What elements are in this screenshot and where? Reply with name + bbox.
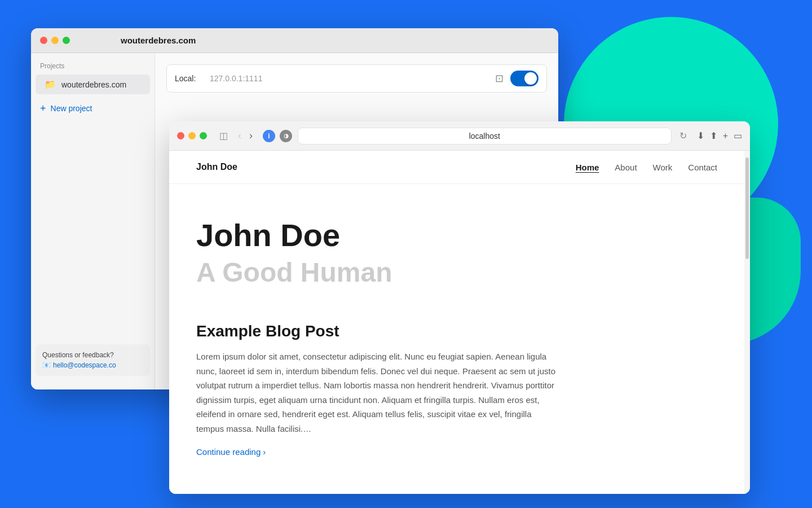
browser-titlebar: ◫ ‹ › i ◑ localhost ↻ ⬇ ⬆ + ▭ — [169, 121, 750, 151]
site-nav: John Doe Home About Work Contact — [169, 151, 744, 184]
share-icon[interactable]: ⬆ — [710, 130, 717, 141]
browser-extension-icons: i ◑ — [263, 130, 292, 142]
site-nav-links: Home About Work Contact — [576, 163, 717, 172]
forward-button[interactable]: › — [247, 129, 255, 143]
nav-link-work[interactable]: Work — [653, 163, 673, 172]
browser-content: John Doe Home About Work Contact John Do… — [169, 151, 750, 494]
maximize-button[interactable] — [63, 37, 70, 44]
window-title: wouterdebres.com — [121, 36, 196, 45]
sidebar-footer: Questions or feedback? 📧 hello@codespace… — [36, 344, 150, 376]
local-label: Local: — [175, 74, 203, 83]
nav-link-home[interactable]: Home — [576, 163, 599, 172]
extension-icon-1[interactable]: i — [263, 130, 275, 142]
sidebar-item-project[interactable]: 📁 wouterdebres.com — [36, 75, 150, 94]
downloads-icon[interactable]: ⬇ — [697, 130, 704, 141]
folder-icon: 📁 — [45, 79, 56, 90]
address-bar[interactable]: localhost — [298, 128, 672, 144]
email-icon: 📧 — [42, 361, 51, 369]
nav-link-contact[interactable]: Contact — [688, 163, 717, 172]
local-toggle[interactable] — [510, 71, 539, 86]
browser-traffic-lights — [177, 132, 207, 139]
sidebar-section-label: Projects — [31, 62, 155, 70]
blog-post-body: Lorem ipsum dolor sit amet, consectetur … — [196, 349, 557, 436]
sidebar-toggle-icon[interactable]: ◫ — [219, 130, 228, 141]
sidebar-footer-email[interactable]: 📧 hello@codespace.co — [42, 361, 143, 369]
browser-scrollbar[interactable] — [744, 151, 750, 494]
blog-post-title: Example Blog Post — [196, 322, 717, 340]
toggle-knob — [524, 72, 537, 85]
new-project-label: New project — [51, 104, 92, 113]
chevron-right-icon: › — [263, 447, 266, 457]
new-tab-icon[interactable]: + — [723, 131, 728, 141]
back-button[interactable]: ‹ — [236, 129, 244, 143]
continue-reading-link[interactable]: Continue reading › — [196, 447, 717, 457]
monitor-icon[interactable]: ⊡ — [495, 72, 504, 85]
traffic-lights — [40, 37, 70, 44]
browser-toolbar-right: ⬇ ⬆ + ▭ — [697, 130, 742, 141]
local-bar-icons: ⊡ — [495, 71, 539, 86]
scrollbar-thumb[interactable] — [745, 157, 749, 259]
sidebar-project-label: wouterdebres.com — [61, 80, 126, 89]
local-bar: Local: 127.0.0.1:1111 ⊡ — [166, 64, 547, 93]
tabs-icon[interactable]: ▭ — [734, 130, 742, 141]
minimize-button[interactable] — [51, 37, 59, 44]
sidebar-footer-title: Questions or feedback? — [42, 351, 143, 359]
close-button[interactable] — [40, 37, 47, 44]
hero-subtitle: A Good Human — [196, 256, 717, 289]
browser-page: John Doe Home About Work Contact John Do… — [169, 151, 744, 494]
browser-window: ◫ ‹ › i ◑ localhost ↻ ⬇ ⬆ + ▭ John Doe H… — [169, 121, 750, 494]
browser-close-button[interactable] — [177, 132, 184, 139]
site-hero: John Doe A Good Human — [169, 184, 744, 311]
new-project-button[interactable]: + New project — [31, 99, 155, 118]
codespace-titlebar: wouterdebres.com — [31, 28, 558, 53]
reload-button[interactable]: ↻ — [679, 130, 687, 141]
address-text: localhost — [469, 132, 500, 141]
extension-icon-2[interactable]: ◑ — [280, 130, 292, 142]
email-address: hello@codespace.co — [53, 361, 116, 369]
local-url: 127.0.0.1:1111 — [210, 74, 488, 83]
browser-nav-buttons: ‹ › — [236, 129, 255, 143]
site-logo: John Doe — [196, 162, 237, 172]
blog-section: Example Blog Post Lorem ipsum dolor sit … — [169, 311, 744, 479]
sidebar: Projects 📁 wouterdebres.com + New projec… — [31, 53, 155, 389]
continue-reading-text: Continue reading — [196, 447, 261, 457]
hero-name: John Doe — [196, 218, 717, 253]
browser-maximize-button[interactable] — [200, 132, 207, 139]
browser-minimize-button[interactable] — [188, 132, 196, 139]
plus-icon: + — [40, 103, 46, 113]
nav-link-about[interactable]: About — [615, 163, 637, 172]
